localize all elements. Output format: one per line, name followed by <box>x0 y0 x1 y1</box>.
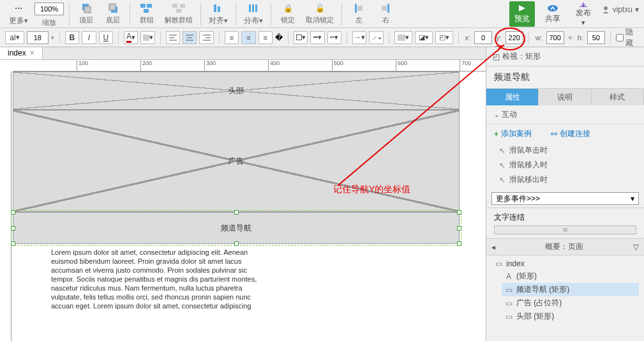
cursor-icon: ↖ <box>499 161 505 170</box>
horizontal-ruler: 100 200 300 400 500 600 700 <box>13 60 486 72</box>
fill-color-button[interactable]: ▾ <box>140 31 154 44</box>
more-events-dropdown[interactable]: 更多事件>>>▾ <box>491 192 639 205</box>
vertical-ruler <box>0 72 11 341</box>
svg-rect-14 <box>255 4 257 12</box>
bold-button[interactable]: B <box>65 31 79 44</box>
page-tab-bar: index× <box>0 47 486 60</box>
design-canvas[interactable]: 头部 广告 频道导航 Lorem ipsum dolor sit amet, c… <box>13 72 486 341</box>
svg-rect-18 <box>382 6 387 11</box>
svg-rect-7 <box>172 4 177 8</box>
lock-ratio-icon[interactable]: ⟡ <box>568 33 573 42</box>
lock-button[interactable]: 🔒锁定 <box>275 1 301 26</box>
border-style-button[interactable]: ┅▾ <box>327 31 341 44</box>
placeholder-icon: ▭ <box>504 299 513 308</box>
rect-icon: ▭ <box>504 285 513 294</box>
text-link-label: 文字连结 <box>494 212 636 223</box>
valign-bottom-button[interactable]: ≡ <box>258 31 273 44</box>
events-list: ↖滑鼠单击时 ↖滑鼠移入时 ↖滑鼠移出时 <box>486 143 644 190</box>
bg-fill-button[interactable]: ▾ <box>394 31 412 44</box>
user-menu[interactable]: viptxu ▾ <box>601 5 639 14</box>
svg-rect-13 <box>252 4 254 12</box>
align-left-button[interactable]: 左 <box>346 1 371 26</box>
preview-button[interactable]: 预览 <box>509 1 535 27</box>
event-mouse-enter[interactable]: ↖滑鼠移入时 <box>494 158 636 172</box>
create-link-link[interactable]: ⚯创建连接 <box>551 128 590 139</box>
h-input[interactable] <box>587 31 605 44</box>
tab-description[interactable]: 说明 <box>539 89 591 105</box>
selected-name: 频道导航 <box>486 66 644 89</box>
event-click[interactable]: ↖滑鼠单击时 <box>494 143 636 158</box>
tab-style[interactable]: 样式 <box>592 89 644 105</box>
outline-item-header[interactable]: ▭头部 (矩形) <box>502 310 639 323</box>
unlock-button[interactable]: 🔓取消锁定 <box>302 1 338 26</box>
send-back-button[interactable]: 底层 <box>100 1 126 26</box>
zoom-input[interactable]: 100% <box>34 3 64 15</box>
interactions-section-toggle[interactable]: 互动 <box>494 109 636 120</box>
shape-nav[interactable]: 频道导航 <box>13 212 460 244</box>
underline-button[interactable]: U <box>99 31 113 44</box>
valign-top-button[interactable]: ≡ <box>225 31 239 44</box>
border-color-button[interactable]: ▾ <box>294 31 308 44</box>
rect-icon: ▭ <box>504 312 513 321</box>
font-size-input[interactable] <box>27 31 49 44</box>
svg-rect-9 <box>176 9 181 13</box>
user-icon <box>601 5 610 14</box>
lorem-text: Lorem ipsum dolor sit amet, consectetur … <box>51 248 268 310</box>
svg-rect-6 <box>144 9 149 13</box>
outline-root[interactable]: ▭index <box>491 258 639 269</box>
zoom-label: 缩放 <box>42 18 56 27</box>
link-icon: ⚯ <box>551 130 557 139</box>
bring-front-button[interactable]: 顶层 <box>73 1 99 26</box>
halign-center-button[interactable] <box>183 31 197 44</box>
close-tab-icon[interactable]: × <box>30 49 34 57</box>
publish-button[interactable]: 发布▾ <box>571 1 596 27</box>
x-input[interactable] <box>474 31 492 44</box>
font-color-button[interactable]: A▾ <box>124 31 138 44</box>
shape-ad[interactable]: 广告 <box>13 110 460 212</box>
svg-rect-5 <box>147 4 152 8</box>
outline-item-nav[interactable]: ▭频道导航 (矩形) <box>502 283 639 296</box>
line-pattern-button[interactable]: ⟋▾ <box>369 31 383 44</box>
cursor-icon: ↖ <box>499 176 505 185</box>
italic-button[interactable]: I <box>82 31 96 44</box>
h-label: h: <box>578 34 583 42</box>
group-button[interactable]: 群组 <box>134 1 160 26</box>
outline-header: ◂概要：页面▽ <box>486 239 644 255</box>
more-menu[interactable]: ⋯ 更多▾ <box>5 1 32 27</box>
svg-rect-10 <box>214 4 216 12</box>
event-mouse-leave[interactable]: ↖滑鼠移出时 <box>494 172 636 187</box>
ungroup-button[interactable]: 解散群组 <box>161 1 197 26</box>
svg-rect-11 <box>218 6 220 12</box>
halign-left-button[interactable] <box>166 31 180 44</box>
w-input[interactable] <box>546 31 564 44</box>
add-case-link[interactable]: +添加案例 <box>494 128 532 139</box>
svg-point-22 <box>604 6 608 10</box>
corner-button[interactable]: ◰▾ <box>435 31 453 44</box>
distribute-menu[interactable]: 分布▾ <box>240 1 267 27</box>
right-panel: ◰检视：矩形 频道导航 属性 说明 样式 互动 +添加案例 ⚯创建连接 ↖滑鼠单… <box>486 47 644 341</box>
outline-item-a[interactable]: A(矩形) <box>502 269 639 283</box>
border-width-button[interactable]: ━▾ <box>310 31 324 44</box>
text-link-scrollbar[interactable]: III <box>494 225 636 234</box>
x-label: x: <box>465 34 471 42</box>
shape-header[interactable]: 头部 <box>13 72 460 110</box>
y-input[interactable] <box>505 31 523 44</box>
font-family-select[interactable]: al▾ <box>5 31 24 44</box>
outline-tree: ▭index A(矩形) ▭频道导航 (矩形) ▭广告 (占位符) ▭头部 (矩… <box>486 255 644 341</box>
hide-checkbox[interactable]: 隐藏 <box>616 27 639 49</box>
opacity-button[interactable]: ◪▾ <box>415 31 433 44</box>
halign-right-button[interactable] <box>199 31 213 44</box>
valign-mid-button[interactable]: ≡ <box>241 31 255 44</box>
svg-rect-3 <box>109 4 116 10</box>
outline-item-ad[interactable]: ▭广告 (占位符) <box>502 296 639 310</box>
svg-rect-17 <box>387 4 389 13</box>
filter-icon[interactable]: ▽ <box>633 243 639 252</box>
share-button[interactable]: 共享 <box>540 1 565 27</box>
align-right-button[interactable]: 右 <box>373 1 398 26</box>
align-menu[interactable]: 对齐▾ <box>205 1 232 27</box>
page-tab-index[interactable]: index× <box>0 47 43 59</box>
tab-properties[interactable]: 属性 <box>486 89 539 105</box>
svg-rect-1 <box>84 6 91 13</box>
arrow-style-button[interactable]: →▾ <box>352 31 366 44</box>
canvas-area: index× 100 200 300 400 500 600 700 头部 广告… <box>0 47 486 341</box>
